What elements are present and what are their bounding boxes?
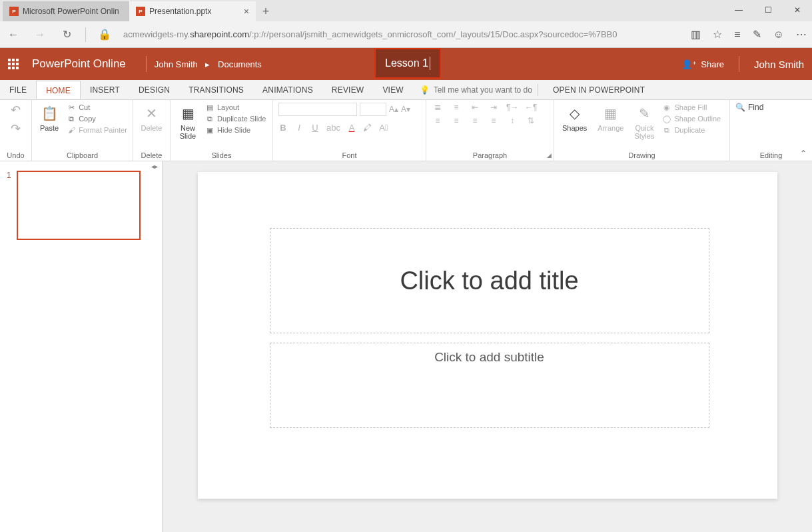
minimize-button[interactable]: —	[724, 0, 753, 20]
forward-button[interactable]: →	[32, 29, 48, 41]
duplicate-slide-button[interactable]: ⧉Duplicate Slide	[205, 114, 266, 123]
group-undo-label: Undo	[5, 150, 26, 159]
ribbon-tabs: FILE HOME INSERT DESIGN TRANSITIONS ANIM…	[0, 80, 812, 100]
open-in-powerpoint[interactable]: OPEN IN POWERPOINT	[544, 81, 654, 99]
scissors-icon: ✂	[67, 103, 76, 112]
line-spacing-button[interactable]: ↕	[506, 116, 518, 125]
align-center-button[interactable]: ≡	[450, 116, 462, 125]
share-icon: 👤⁺	[681, 59, 697, 69]
user-name[interactable]: John Smith	[754, 59, 804, 70]
collapse-ribbon-button[interactable]: ⌃	[800, 149, 807, 158]
align-left-button[interactable]: ≡	[432, 116, 444, 125]
font-color-button[interactable]: A	[347, 123, 356, 133]
group-slides-label: Slides	[176, 150, 267, 159]
pane-resize-icon[interactable]: ◂▸	[151, 163, 158, 170]
group-clipboard-label: Clipboard	[37, 150, 127, 159]
reading-icon[interactable]: ▥	[691, 28, 701, 41]
outdent-button[interactable]: ⇤	[469, 103, 481, 112]
underline-button[interactable]: U	[310, 123, 320, 133]
quick-styles-button[interactable]: ✎ Quick Styles	[631, 103, 657, 141]
lock-icon: 🔒	[97, 28, 113, 41]
breadcrumb-user[interactable]: John Smith	[155, 59, 198, 69]
font-size-select[interactable]	[360, 103, 386, 116]
bullets-button[interactable]: ≣	[432, 103, 444, 112]
tell-me-input[interactable]: 💡 Tell me what you want to do	[420, 85, 532, 95]
shape-fill-button[interactable]: ◉Shape Fill	[662, 103, 721, 112]
share-button[interactable]: 👤⁺ Share	[681, 59, 724, 69]
browser-tab[interactable]: P Microsoft PowerPoint Onlin	[3, 1, 129, 21]
back-button[interactable]: ←	[5, 29, 21, 41]
new-slide-button[interactable]: ▦ New Slide	[176, 103, 200, 141]
tab-file[interactable]: FILE	[0, 81, 36, 99]
tab-insert[interactable]: INSERT	[81, 81, 129, 99]
redo-button[interactable]: ↷	[11, 121, 21, 136]
hub-icon[interactable]: ≡	[734, 29, 740, 41]
paragraph-launcher[interactable]: ◢	[547, 152, 552, 159]
align-right-button[interactable]: ≡	[469, 116, 481, 125]
chevron-right-icon: ▸	[205, 59, 210, 69]
refresh-button[interactable]: ↻	[59, 28, 75, 41]
ltr-button[interactable]: ¶→	[506, 103, 518, 112]
tab-animations[interactable]: ANIMATIONS	[253, 81, 322, 99]
group-editing-label: Editing	[735, 150, 807, 159]
paste-button[interactable]: 📋 Paste	[37, 103, 61, 133]
tab-view[interactable]: VIEW	[373, 81, 412, 99]
duplicate-shape-button[interactable]: ⧉Duplicate	[662, 125, 721, 135]
filename-input[interactable]: Lesson 1	[374, 48, 441, 79]
slide-number: 1	[7, 171, 11, 240]
close-icon[interactable]: ×	[244, 6, 249, 17]
strike-button[interactable]: abc	[326, 123, 340, 133]
slide[interactable]: Click to add title Click to add subtitle	[198, 172, 777, 499]
justify-button[interactable]: ≡	[488, 116, 500, 125]
numbering-button[interactable]: ≡	[450, 103, 462, 112]
undo-button[interactable]: ↶	[11, 103, 21, 117]
text-direction-button[interactable]: ⇅	[525, 116, 537, 125]
close-window-button[interactable]: ✕	[783, 0, 812, 20]
tab-review[interactable]: REVIEW	[322, 81, 374, 99]
tab-transitions[interactable]: TRANSITIONS	[179, 81, 253, 99]
notes-icon[interactable]: ✎	[753, 28, 761, 41]
find-button[interactable]: 🔍 Find	[735, 103, 763, 112]
favorite-icon[interactable]: ☆	[713, 28, 722, 41]
grow-font-button[interactable]: A▴	[389, 105, 398, 114]
tab-design[interactable]: DESIGN	[129, 81, 179, 99]
bold-button[interactable]: B	[278, 123, 288, 133]
styles-icon: ✎	[635, 104, 653, 123]
browser-tab-active[interactable]: P Presentation.pptx ×	[129, 1, 256, 21]
format-painter-button[interactable]: 🖌Format Painter	[67, 125, 127, 135]
slide-canvas[interactable]: Click to add title Click to add subtitle	[163, 161, 812, 532]
layout-button[interactable]: ▤Layout	[205, 103, 266, 112]
search-icon: 🔍	[735, 103, 745, 112]
indent-button[interactable]: ⇥	[488, 103, 500, 112]
shape-outline-button[interactable]: ◯Shape Outline	[662, 114, 721, 123]
duplicate-icon: ⧉	[662, 125, 671, 135]
clear-format-button[interactable]: A⃠	[379, 123, 388, 133]
profile-icon[interactable]: ☺	[773, 29, 784, 41]
address-bar[interactable]: acmewidgets-my.sharepoint.com/:p:/r/pers…	[123, 29, 680, 39]
shapes-icon: ◇	[566, 104, 584, 123]
cut-button[interactable]: ✂Cut	[67, 103, 127, 112]
shapes-button[interactable]: ◇ Shapes	[560, 103, 590, 133]
more-icon[interactable]: ⋯	[796, 28, 807, 41]
slide-thumbnail[interactable]	[17, 171, 141, 240]
italic-button[interactable]: I	[294, 123, 304, 133]
subtitle-placeholder[interactable]: Click to add subtitle	[270, 343, 709, 428]
app-launcher-icon[interactable]	[8, 59, 19, 69]
tab-title: Microsoft PowerPoint Onlin	[23, 7, 119, 16]
new-tab-button[interactable]: +	[256, 1, 276, 21]
font-family-select[interactable]	[278, 103, 357, 116]
brush-icon: 🖌	[67, 125, 76, 135]
title-placeholder[interactable]: Click to add title	[270, 228, 709, 333]
lightbulb-icon: 💡	[420, 85, 430, 95]
arrange-button[interactable]: ▦ Arrange	[595, 103, 626, 133]
rtl-button[interactable]: ←¶	[525, 103, 537, 112]
group-font-label: Font	[278, 150, 420, 159]
highlight-button[interactable]: 🖍	[363, 123, 372, 133]
tab-home[interactable]: HOME	[36, 81, 81, 99]
hide-slide-button[interactable]: ▣Hide Slide	[205, 125, 266, 135]
shrink-font-button[interactable]: A▾	[401, 105, 410, 114]
maximize-button[interactable]: ☐	[753, 0, 783, 20]
breadcrumb-folder[interactable]: Documents	[218, 59, 262, 69]
copy-button[interactable]: ⧉Copy	[67, 114, 127, 123]
delete-button[interactable]: ✕ Delete	[139, 103, 165, 133]
